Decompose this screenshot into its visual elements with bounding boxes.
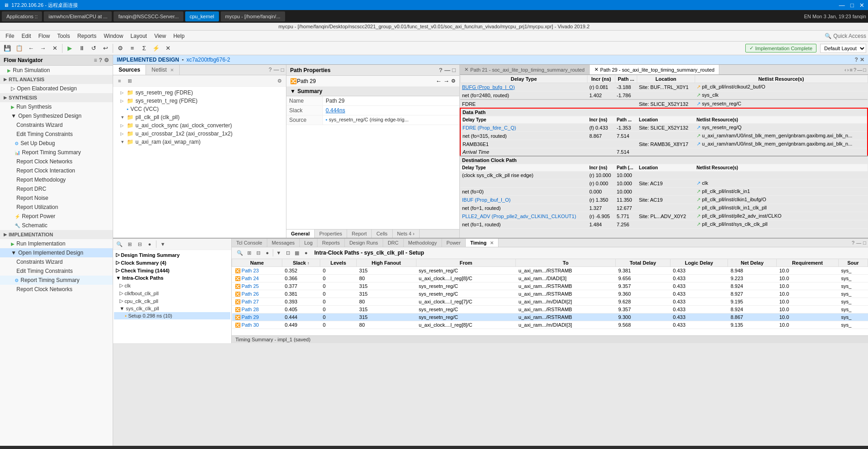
props-prev-btn[interactable]: ← xyxy=(436,78,442,84)
taskbar-tab-eternal[interactable]: iamwhcn/EternalCPU at ... xyxy=(44,11,112,21)
nav-icon-1[interactable]: ≡ xyxy=(94,57,97,63)
menu-help[interactable]: Help xyxy=(170,32,188,40)
nav-report-clock-impl[interactable]: Report Clock Networks xyxy=(0,285,113,294)
path21-close-icon[interactable]: ✕ xyxy=(464,67,468,73)
sources-maximize-icon[interactable]: □ xyxy=(281,67,284,73)
th-logic[interactable]: Logic Delay xyxy=(670,259,728,267)
timing-collapse-btn[interactable]: ⊟ xyxy=(254,248,263,257)
maximize-button[interactable]: □ xyxy=(850,2,854,9)
nav-icon-3[interactable]: ⚙ xyxy=(104,57,109,63)
sources-minimize-icon[interactable]: — xyxy=(274,67,279,73)
timing-fit-btn[interactable]: ⊡ xyxy=(283,248,292,257)
tree-pll[interactable]: ▼ 📁 pll_clk_pll (clk_pll) xyxy=(115,113,284,121)
nav-report-methodology-synth[interactable]: Report Methodology xyxy=(0,175,113,184)
btab-tcl[interactable]: Tcl Console xyxy=(232,239,267,247)
ibuf-name[interactable]: IBUF (Prop_ibuf_I_O) xyxy=(460,196,587,204)
timing-table-row[interactable]: 🔀 Path 27 0.393 0 80 u_axi_clock....l_re… xyxy=(232,298,868,306)
menu-layout[interactable]: Layout xyxy=(127,32,151,40)
timing-circle-btn[interactable]: ● xyxy=(263,248,272,257)
fdre-cq-name[interactable]: FDRE (Prop_fdre_C_Q) xyxy=(460,124,587,132)
toolbar-close-x[interactable]: ✕ xyxy=(49,43,60,54)
menu-edit[interactable]: Edit xyxy=(18,32,35,40)
btab-messages[interactable]: Messages xyxy=(267,239,300,247)
tree-sys-clk-pll[interactable]: ▼ sys_clk_clk_pll xyxy=(114,305,230,312)
btab-design-runs[interactable]: Design Runs xyxy=(345,239,383,247)
timing-table-row[interactable]: 🔀 Path 23 0.352 0 315 sys_resetn_reg/C u… xyxy=(232,267,868,275)
btab-log[interactable]: Log xyxy=(300,239,317,247)
toolbar-settings[interactable]: ⚙ xyxy=(115,43,126,54)
tree-clkfbout[interactable]: ▷ clkfbout_clk_pll xyxy=(114,289,230,297)
tree-cpu-clk[interactable]: ▷ cpu_clk_clk_pll xyxy=(114,297,230,305)
tree-axi-crossbar[interactable]: ▷ 📁 u_axi_crossbar_1x2 (axi_crossbar_1x2… xyxy=(115,130,284,138)
btoolbar-circle[interactable]: ● xyxy=(145,240,154,249)
th-from[interactable]: From xyxy=(416,259,516,267)
btab-timing[interactable]: Timing ✕ xyxy=(466,239,499,247)
th-fanout[interactable]: High Fanout xyxy=(357,259,416,267)
nav-schematic[interactable]: 🔧 Schematic xyxy=(0,221,113,230)
path29-close-icon[interactable]: ✕ xyxy=(594,67,598,73)
taskbar-tab-cpu-kernel[interactable]: cpu_kernel xyxy=(185,11,219,21)
netlist-close-icon[interactable]: ✕ xyxy=(170,68,174,73)
nav-open-synthesized[interactable]: ▼ Open Synthesized Design xyxy=(0,111,113,120)
nav-section-synthesis[interactable]: SYNTHESIS xyxy=(0,93,113,102)
nav-report-timing-synth[interactable]: 📊 Report Timing Summary xyxy=(0,148,113,157)
th-name[interactable]: Name xyxy=(232,259,282,267)
btab-question[interactable]: ? xyxy=(852,240,854,245)
timing-circle2-btn[interactable]: ● xyxy=(301,248,311,257)
props-tab-nets[interactable]: Nets 4 › xyxy=(393,230,420,238)
path-nav-maximize[interactable]: □ xyxy=(863,67,866,73)
nav-edit-timing-impl[interactable]: Edit Timing Constraints xyxy=(0,266,113,276)
btoolbar-filter[interactable]: ▼ xyxy=(158,240,167,249)
nav-setup-debug[interactable]: ⚙ Set Up Debug xyxy=(0,139,113,148)
toolbar-pause[interactable]: ⏸ xyxy=(76,43,87,54)
btoolbar-collapse-all[interactable]: ⊟ xyxy=(135,240,144,249)
timing-tab-close[interactable]: ✕ xyxy=(490,240,494,245)
props-tab-properties[interactable]: Properties xyxy=(315,230,347,238)
tree-vcc[interactable]: ▪ VCC (VCC) xyxy=(115,105,284,113)
tree-axi-ram[interactable]: ▼ 📁 u_axi_ram (axi_wrap_ram) xyxy=(115,138,284,146)
plle2-name[interactable]: PLLE2_ADV (Prop_plle2_adv_CLKIN1_CLKOUT1… xyxy=(460,212,587,220)
path-nav-question[interactable]: ? xyxy=(853,67,856,73)
tree-setup-item[interactable]: ▪ Setup 0.298 ns (10) xyxy=(114,312,230,319)
th-levels[interactable]: Levels xyxy=(320,259,357,267)
menu-window[interactable]: Window xyxy=(100,32,127,40)
nav-run-simulation[interactable]: ▶ Run Simulation xyxy=(0,66,113,75)
minimize-button[interactable]: — xyxy=(839,2,845,9)
impl-close-icon[interactable]: ✕ xyxy=(860,57,864,63)
th-req[interactable]: Requirement xyxy=(776,259,838,267)
toolbar-sum[interactable]: Σ xyxy=(139,43,150,54)
btab-maximize[interactable]: □ xyxy=(863,240,866,245)
sources-btn-settings[interactable]: ⚙ xyxy=(275,76,284,85)
timing-search-btn[interactable]: 🔍 xyxy=(235,248,244,257)
toolbar-back[interactable]: ← xyxy=(26,43,36,54)
path-detail-tab-29[interactable]: ✕ Path 29 - soc_axi_lite_top_timing_summ… xyxy=(590,65,720,74)
btab-power[interactable]: Power xyxy=(442,239,466,247)
props-tab-cells[interactable]: Cells xyxy=(372,230,392,238)
path-nav-prev[interactable]: ‹ xyxy=(844,67,846,73)
nav-report-clock-synth[interactable]: Report Clock Networks xyxy=(0,157,113,166)
tab-sources[interactable]: Sources xyxy=(113,65,146,75)
nav-constraints-wizard-impl[interactable]: Constraints Wizard xyxy=(0,257,113,266)
nav-run-impl[interactable]: ▶ Run Implementation xyxy=(0,239,113,248)
nav-report-util[interactable]: Report Utilization xyxy=(0,203,113,212)
close-button[interactable]: ✕ xyxy=(859,2,864,9)
btab-minimize[interactable]: — xyxy=(856,240,861,245)
btoolbar-search[interactable]: 🔍 xyxy=(115,240,124,249)
nav-edit-timing-synth[interactable]: Edit Timing Constraints xyxy=(0,130,113,139)
timing-expand-btn[interactable]: ⊞ xyxy=(244,248,254,257)
timing-table-row[interactable]: 🔀 Path 24 0.366 0 80 u_axi_clock....l_re… xyxy=(232,275,868,282)
props-maximize-icon[interactable]: □ xyxy=(452,67,456,73)
path-nav-list[interactable]: ≡ xyxy=(850,67,852,73)
timing-bar-btn[interactable]: ▦ xyxy=(292,248,301,257)
tree-design-timing[interactable]: ▷ Design Timing Summary xyxy=(114,251,230,259)
toolbar-run[interactable]: ▶ xyxy=(64,43,75,54)
path-detail-tab-21[interactable]: ✕ Path 21 - soc_axi_lite_top_timing_summ… xyxy=(460,65,590,74)
props-next-btn[interactable]: → xyxy=(443,78,449,84)
tree-clk[interactable]: ▷ clk xyxy=(114,282,230,289)
taskbar-tab-server[interactable]: fanqin@NSCSCC-Server... xyxy=(114,11,183,21)
btoolbar-expand-all[interactable]: ⊞ xyxy=(125,240,134,249)
props-summary-header[interactable]: ▼ Summary xyxy=(286,87,459,96)
th-total[interactable]: Total Delay xyxy=(616,259,670,267)
props-minimize-icon[interactable]: — xyxy=(444,67,450,73)
tab-netlist[interactable]: Netlist ✕ xyxy=(146,65,180,75)
